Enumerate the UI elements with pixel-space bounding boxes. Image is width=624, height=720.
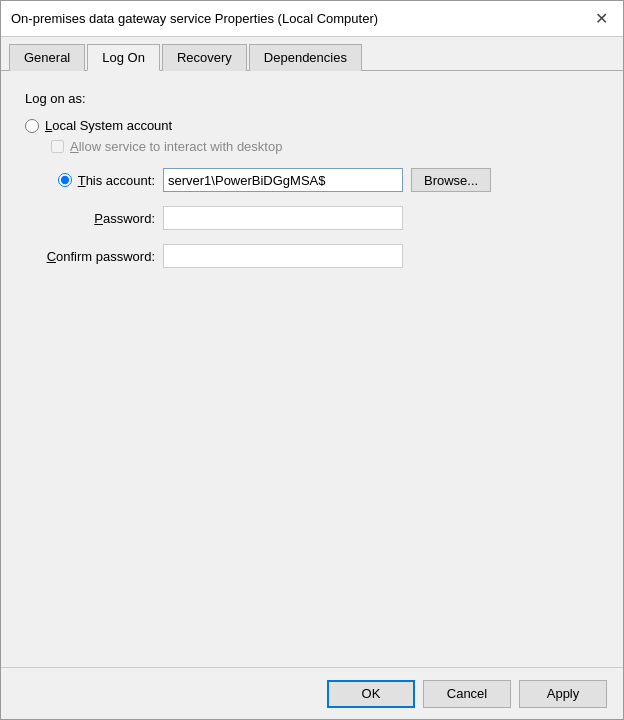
- properties-window: On-premises data gateway service Propert…: [0, 0, 624, 720]
- password-input[interactable]: [163, 206, 403, 230]
- close-button[interactable]: ✕: [589, 7, 613, 31]
- this-account-radio-wrapper: This account:: [25, 173, 155, 188]
- allow-desktop-row: Allow service to interact with desktop: [51, 139, 599, 154]
- tab-bar: General Log On Recovery Dependencies: [1, 37, 623, 71]
- footer: OK Cancel Apply: [1, 667, 623, 719]
- tab-recovery[interactable]: Recovery: [162, 44, 247, 71]
- cancel-button[interactable]: Cancel: [423, 680, 511, 708]
- allow-desktop-checkbox[interactable]: [51, 140, 64, 153]
- logon-as-label: Log on as:: [25, 91, 599, 106]
- spacer: [25, 282, 599, 647]
- window-title: On-premises data gateway service Propert…: [11, 11, 378, 26]
- account-input[interactable]: [163, 168, 403, 192]
- title-bar: On-premises data gateway service Propert…: [1, 1, 623, 37]
- this-account-row: This account: Browse...: [25, 168, 599, 192]
- tab-logon[interactable]: Log On: [87, 44, 160, 71]
- confirm-password-label: Confirm password:: [25, 249, 155, 264]
- password-label: Password:: [25, 211, 155, 226]
- local-system-radio[interactable]: [25, 119, 39, 133]
- close-icon: ✕: [595, 9, 608, 28]
- local-system-row: Local System account: [25, 118, 599, 133]
- this-account-radio[interactable]: [58, 173, 72, 187]
- radio-group: Local System account Allow service to in…: [25, 118, 599, 168]
- confirm-password-input[interactable]: [163, 244, 403, 268]
- apply-button[interactable]: Apply: [519, 680, 607, 708]
- confirm-password-row: Confirm password:: [25, 244, 599, 268]
- ok-button[interactable]: OK: [327, 680, 415, 708]
- tab-general[interactable]: General: [9, 44, 85, 71]
- local-system-label[interactable]: Local System account: [45, 118, 172, 133]
- allow-desktop-label: Allow service to interact with desktop: [70, 139, 282, 154]
- browse-button[interactable]: Browse...: [411, 168, 491, 192]
- tab-dependencies[interactable]: Dependencies: [249, 44, 362, 71]
- content-panel: Log on as: Local System account Allow se…: [1, 71, 623, 667]
- password-row: Password:: [25, 206, 599, 230]
- this-account-label-inline[interactable]: This account:: [78, 173, 155, 188]
